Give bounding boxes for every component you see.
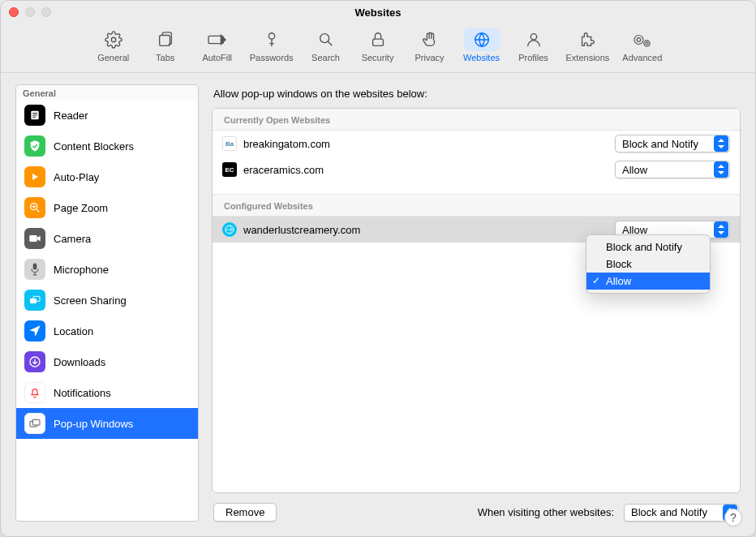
gears-icon bbox=[625, 28, 660, 51]
updown-arrows-icon bbox=[714, 135, 728, 152]
sidebar-item-screen-sharing[interactable]: Screen Sharing bbox=[16, 285, 198, 316]
tab-label: Search bbox=[311, 53, 340, 62]
microphone-icon bbox=[24, 259, 45, 280]
zoom-window-button[interactable] bbox=[41, 7, 51, 17]
content-area: General Reader Content Blockers Auto-Pla… bbox=[1, 73, 755, 536]
person-icon bbox=[516, 28, 552, 51]
tab-profiles[interactable]: Profiles bbox=[509, 27, 558, 64]
setting-value: Block and Notify bbox=[622, 138, 698, 150]
hand-icon bbox=[412, 28, 448, 51]
titlebar: Websites bbox=[1, 1, 755, 24]
minimize-window-button[interactable] bbox=[25, 7, 35, 17]
sidebar-item-camera[interactable]: Camera bbox=[16, 223, 198, 254]
tab-label: Websites bbox=[463, 53, 500, 62]
preferences-toolbar: General Tabs AutoFill Passwords bbox=[1, 24, 755, 73]
sidebar-section-header: General bbox=[16, 85, 198, 100]
svg-point-7 bbox=[530, 34, 536, 40]
svg-point-11 bbox=[644, 41, 650, 46]
svg-rect-14 bbox=[32, 114, 37, 115]
sidebar-item-label: Screen Sharing bbox=[54, 294, 127, 307]
sidebar-item-microphone[interactable]: Microphone bbox=[16, 254, 198, 285]
sidebar-item-label: Location bbox=[54, 325, 93, 337]
setting-dropdown-menu: Block and Notify Block Allow bbox=[586, 234, 711, 294]
tabs-icon bbox=[148, 28, 183, 51]
sidebar-item-notifications[interactable]: Notifications bbox=[16, 377, 198, 408]
tab-passwords[interactable]: Passwords bbox=[245, 27, 299, 64]
tab-extensions[interactable]: Extensions bbox=[561, 27, 615, 64]
setting-select[interactable]: Allow bbox=[615, 161, 730, 178]
tab-label: Privacy bbox=[415, 53, 444, 62]
windows-icon bbox=[24, 413, 45, 434]
default-setting-select[interactable]: Block and Notify bbox=[624, 504, 739, 522]
tab-label: Tabs bbox=[156, 53, 174, 62]
svg-rect-15 bbox=[32, 117, 36, 118]
svg-point-8 bbox=[637, 38, 641, 42]
remove-button[interactable]: Remove bbox=[213, 503, 277, 522]
sidebar-item-reader[interactable]: Reader bbox=[16, 100, 198, 131]
svg-point-3 bbox=[268, 33, 274, 39]
svg-point-10 bbox=[646, 42, 648, 45]
instruction-text: Allow pop-up windows on the websites bel… bbox=[212, 84, 741, 100]
website-row[interactable]: EC eraceramics.com Allow bbox=[213, 157, 740, 183]
sidebar-item-label: Notifications bbox=[54, 387, 111, 399]
screen-icon bbox=[24, 290, 45, 311]
menu-item-allow[interactable]: Allow bbox=[586, 273, 710, 290]
updown-arrows-icon bbox=[714, 221, 728, 238]
gear-icon bbox=[96, 28, 131, 51]
bell-icon bbox=[24, 382, 45, 403]
website-domain: wanderlustcreamery.com bbox=[243, 224, 608, 236]
menu-item-block-and-notify[interactable]: Block and Notify bbox=[586, 238, 710, 256]
sidebar-item-location[interactable]: Location bbox=[16, 316, 198, 346]
close-window-button[interactable] bbox=[9, 7, 19, 17]
setting-value: Allow bbox=[622, 164, 647, 176]
svg-rect-23 bbox=[32, 419, 40, 425]
sidebar-item-page-zoom[interactable]: Page Zoom bbox=[16, 192, 198, 223]
sidebar-item-auto-play[interactable]: Auto-Play bbox=[16, 161, 198, 192]
svg-rect-1 bbox=[159, 36, 170, 46]
pencil-icon bbox=[200, 28, 235, 51]
tab-label: Passwords bbox=[250, 53, 294, 62]
tab-advanced[interactable]: Advanced bbox=[617, 27, 667, 64]
footer-controls: Remove When visiting other websites: Blo… bbox=[212, 501, 741, 522]
tab-label: Security bbox=[362, 53, 394, 62]
svg-rect-13 bbox=[32, 113, 37, 114]
sidebar-item-label: Camera bbox=[54, 233, 91, 245]
camera-icon bbox=[24, 228, 45, 249]
download-icon bbox=[24, 351, 45, 372]
window-controls bbox=[9, 7, 51, 17]
reader-icon bbox=[24, 105, 45, 126]
tab-tabs[interactable]: Tabs bbox=[141, 27, 190, 64]
sidebar-item-label: Auto-Play bbox=[54, 171, 99, 183]
puzzle-icon bbox=[569, 28, 605, 51]
sidebar-item-label: Content Blockers bbox=[54, 140, 134, 153]
tab-autofill[interactable]: AutoFill bbox=[193, 27, 242, 64]
websites-table: Currently Open Websites Ba breakingatom.… bbox=[212, 108, 741, 493]
setting-select[interactable]: Block and Notify bbox=[615, 135, 730, 153]
sidebar-item-label: Page Zoom bbox=[54, 202, 108, 214]
play-icon bbox=[24, 166, 45, 187]
tab-label: General bbox=[97, 53, 129, 62]
tab-websites[interactable]: Websites bbox=[457, 27, 506, 64]
search-icon bbox=[308, 28, 344, 51]
sidebar-item-label: Reader bbox=[54, 110, 88, 122]
setting-value: Block and Notify bbox=[631, 506, 707, 518]
tab-general[interactable]: General bbox=[89, 27, 138, 64]
svg-point-0 bbox=[111, 37, 116, 42]
favicon-icon: Ba bbox=[222, 136, 237, 151]
tab-security[interactable]: Security bbox=[354, 27, 402, 64]
tab-privacy[interactable]: Privacy bbox=[406, 27, 454, 64]
sidebar-item-popup-windows[interactable]: Pop-up Windows bbox=[16, 408, 198, 439]
favicon-icon: EC bbox=[222, 162, 237, 177]
key-icon bbox=[254, 28, 290, 51]
tab-search[interactable]: Search bbox=[302, 27, 350, 64]
location-icon bbox=[24, 320, 45, 342]
menu-item-block[interactable]: Block bbox=[586, 256, 710, 273]
window-title: Websites bbox=[1, 6, 755, 19]
sidebar-item-label: Downloads bbox=[54, 356, 105, 368]
website-row[interactable]: Ba breakingatom.com Block and Notify bbox=[213, 131, 740, 157]
main-panel: Allow pop-up windows on the websites bel… bbox=[212, 84, 741, 522]
sidebar-item-content-blockers[interactable]: Content Blockers bbox=[16, 131, 198, 161]
help-button[interactable]: ? bbox=[724, 509, 742, 526]
section-header-configured: Configured Websites bbox=[213, 194, 740, 217]
sidebar-item-downloads[interactable]: Downloads bbox=[16, 346, 198, 377]
